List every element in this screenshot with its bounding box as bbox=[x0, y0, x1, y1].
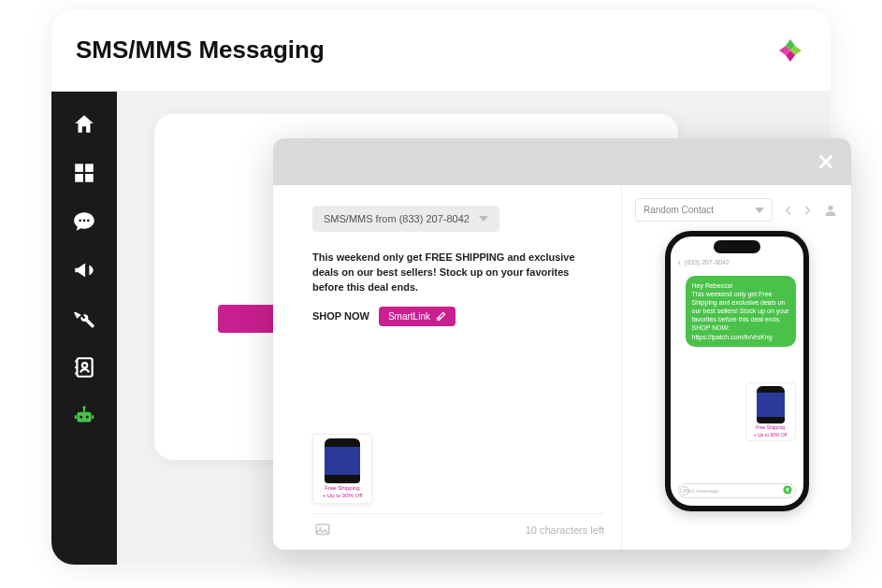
chat-icon[interactable] bbox=[72, 209, 96, 234]
compose-footer: 10 characters left bbox=[312, 513, 604, 538]
characters-left: 10 characters left bbox=[526, 524, 604, 536]
svg-point-13 bbox=[80, 416, 82, 419]
svg-rect-0 bbox=[75, 164, 83, 172]
phone-product-image: Free Shipping + Up to 30% Off bbox=[745, 382, 796, 441]
megaphone-icon[interactable] bbox=[72, 258, 96, 282]
svg-point-16 bbox=[82, 406, 85, 409]
product-caption-2: + Up to 30% Off bbox=[317, 493, 368, 499]
contact-select[interactable]: Random Contact bbox=[635, 198, 773, 222]
edit-icon bbox=[436, 311, 446, 322]
modal-body: SMS/MMS from (833) 207-8042 This weekend… bbox=[273, 185, 851, 550]
chevron-down-icon bbox=[479, 216, 488, 222]
contacts-icon[interactable] bbox=[72, 355, 96, 380]
preview-toolbar: Random Contact bbox=[635, 198, 838, 222]
svg-point-6 bbox=[87, 220, 90, 222]
phone-input-placeholder: Text message bbox=[685, 488, 719, 494]
page-title: SMS/MMS Messaging bbox=[76, 36, 325, 65]
svg-rect-1 bbox=[85, 164, 94, 172]
preview-pane: Random Contact ‹ (833) 207-8042 Hey Rebe… bbox=[621, 185, 851, 550]
from-number-select[interactable]: SMS/MMS from (833) 207-8042 bbox=[312, 206, 499, 232]
chevron-left-icon: ‹ bbox=[678, 257, 681, 267]
product-caption-2: + Up to 30% Off bbox=[749, 433, 792, 438]
compose-modal: SMS/MMS from (833) 207-8042 This weekend… bbox=[273, 138, 851, 550]
person-icon[interactable] bbox=[823, 203, 838, 218]
phone-notch bbox=[714, 240, 760, 253]
phone-text-input: Text message bbox=[678, 483, 796, 498]
message-body-text[interactable]: This weekend only get FREE SHIPPING and … bbox=[312, 251, 593, 295]
contact-label: Random Contact bbox=[643, 205, 714, 215]
chevron-down-icon bbox=[755, 208, 764, 213]
svg-point-24 bbox=[828, 205, 832, 209]
home-icon[interactable] bbox=[72, 112, 96, 136]
close-icon[interactable] bbox=[816, 151, 836, 172]
product-image bbox=[325, 438, 360, 483]
svg-point-23 bbox=[319, 527, 321, 529]
modal-header bbox=[273, 138, 851, 185]
svg-rect-2 bbox=[75, 174, 83, 182]
svg-point-14 bbox=[86, 416, 89, 419]
sidebar bbox=[51, 92, 117, 565]
brand-logo bbox=[774, 35, 806, 66]
svg-point-5 bbox=[83, 220, 86, 222]
svg-rect-3 bbox=[85, 174, 94, 182]
image-icon[interactable] bbox=[312, 522, 333, 538]
preview-nav bbox=[782, 204, 814, 217]
smartlink-button[interactable]: SmartLink bbox=[379, 307, 455, 326]
phone-conversation-header: ‹ (833) 207-8042 bbox=[671, 257, 803, 267]
app-header: SMS/MMS Messaging bbox=[51, 9, 831, 92]
svg-rect-12 bbox=[77, 412, 91, 423]
svg-point-8 bbox=[82, 363, 87, 367]
sms-bubble: Hey Rebecca! This weekend only get Free … bbox=[686, 276, 796, 347]
shop-now-label: SHOP NOW bbox=[312, 310, 369, 322]
tools-icon[interactable] bbox=[72, 307, 96, 331]
svg-rect-17 bbox=[75, 415, 77, 419]
apps-icon[interactable] bbox=[72, 161, 96, 185]
phone-preview: ‹ (833) 207-8042 Hey Rebecca! This weeke… bbox=[665, 231, 809, 511]
phone-number-label: (833) 207-8042 bbox=[685, 259, 730, 265]
from-number-label: SMS/MMS from (833) 207-8042 bbox=[324, 213, 470, 224]
compose-pane: SMS/MMS from (833) 207-8042 This weekend… bbox=[273, 185, 621, 550]
product-caption-1: Free Shipping bbox=[317, 485, 368, 492]
product-caption-1: Free Shipping bbox=[749, 425, 792, 431]
svg-rect-18 bbox=[92, 415, 94, 419]
arrow-right-icon[interactable] bbox=[801, 204, 814, 217]
bot-icon[interactable] bbox=[72, 404, 96, 428]
product-image bbox=[757, 386, 785, 423]
attached-product[interactable]: Free Shipping + Up to 30% Off bbox=[312, 434, 372, 504]
send-icon bbox=[783, 485, 792, 495]
arrow-left-icon[interactable] bbox=[782, 204, 795, 217]
smartlink-label: SmartLink bbox=[388, 311, 430, 322]
cta-row: SHOP NOW SmartLink bbox=[312, 307, 604, 326]
svg-point-4 bbox=[79, 220, 81, 222]
